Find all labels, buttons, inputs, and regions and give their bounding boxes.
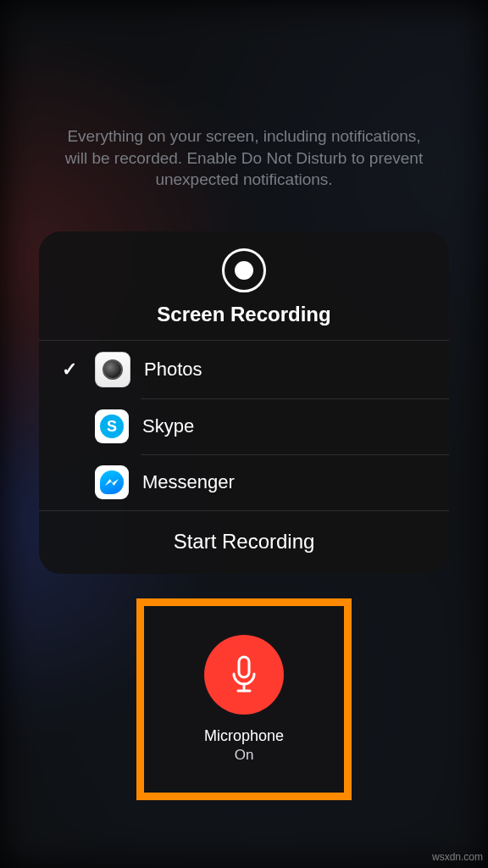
- app-list: ✓ Photos S Skype Messenger: [39, 341, 449, 510]
- microphone-toggle[interactable]: Microphone On: [136, 598, 352, 800]
- panel-header: Screen Recording: [39, 231, 449, 340]
- record-icon: [222, 248, 266, 292]
- screen-recording-panel: Screen Recording ✓ Photos S Skype Messen…: [39, 231, 449, 574]
- panel-title: Screen Recording: [157, 303, 330, 326]
- svg-rect-0: [239, 657, 249, 677]
- checkmark-icon: ✓: [62, 359, 77, 381]
- app-label: Photos: [144, 359, 202, 381]
- microphone-button[interactable]: [204, 635, 284, 715]
- app-row-photos[interactable]: ✓ Photos: [39, 341, 449, 398]
- skype-app-icon: S: [95, 409, 129, 443]
- app-row-messenger[interactable]: Messenger: [39, 454, 449, 510]
- microphone-label-text: Microphone: [204, 727, 284, 744]
- watermark: wsxdn.com: [432, 851, 483, 863]
- photos-app-icon: [95, 352, 130, 387]
- start-recording-button[interactable]: Start Recording: [39, 511, 449, 574]
- microphone-label: Microphone On: [204, 726, 284, 764]
- app-label: Skype: [142, 415, 194, 437]
- microphone-icon: [227, 655, 261, 694]
- recording-info-text: Everything on your screen, including not…: [58, 125, 430, 191]
- messenger-app-icon: [95, 465, 129, 499]
- app-row-skype[interactable]: S Skype: [39, 398, 449, 454]
- selection-indicator: ✓: [58, 359, 81, 381]
- microphone-state: On: [204, 746, 284, 764]
- app-label: Messenger: [142, 471, 235, 493]
